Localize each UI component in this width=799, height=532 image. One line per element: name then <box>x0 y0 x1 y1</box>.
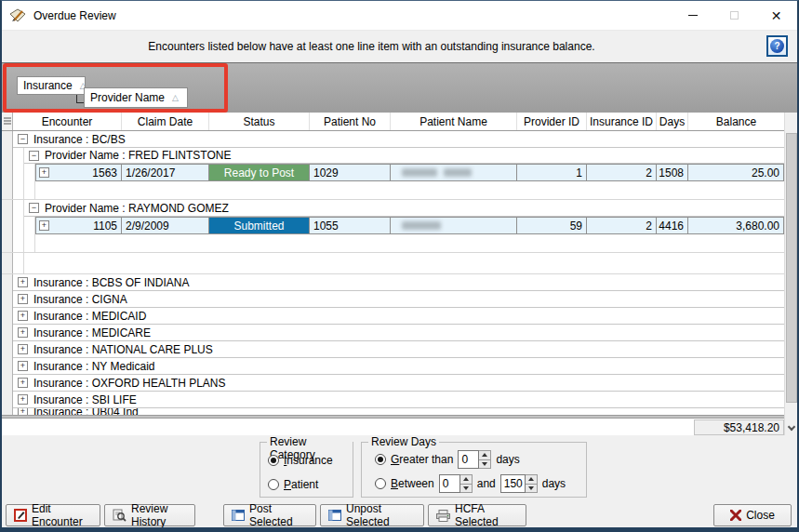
indent <box>13 253 24 273</box>
spin-up-button[interactable] <box>479 451 490 459</box>
between-to-value[interactable]: 150 <box>500 474 526 493</box>
between-to-spinner[interactable]: 150 <box>500 474 538 493</box>
expand-icon[interactable]: + <box>18 394 28 405</box>
cell-encounter[interactable]: +1563 <box>35 164 122 181</box>
post-selected-button[interactable]: Post Selected <box>223 504 316 526</box>
cell-claim-date[interactable]: 1/26/2017 <box>122 164 209 181</box>
help-button[interactable]: ? <box>766 35 788 57</box>
radio-between[interactable]: Between 0 and 150 days <box>375 474 566 493</box>
cell-provider-id[interactable]: 59 <box>517 217 587 234</box>
between-from-spinner[interactable]: 0 <box>439 474 473 493</box>
column-header-patient-name[interactable]: Patient Name <box>391 113 517 130</box>
spin-up-button[interactable] <box>526 475 537 484</box>
column-header-patient-no[interactable]: Patient No <box>310 113 391 130</box>
radio-selected-icon <box>268 455 279 466</box>
spin-down-button[interactable] <box>479 459 490 469</box>
status-badge[interactable]: Ready to Post <box>209 164 310 181</box>
history-magnifier-icon <box>113 509 127 522</box>
cell-balance[interactable]: 3,680.00 <box>688 217 784 234</box>
group-footer-row <box>2 234 784 253</box>
group-row-insurance-bcbs[interactable]: −Insurance : BC/BS <box>2 131 784 148</box>
radio-patient[interactable]: Patient <box>268 478 318 491</box>
greater-days-value[interactable]: 0 <box>458 450 479 469</box>
group-row-provider-gomez[interactable]: −Provider Name : RAYMOND GOMEZ <box>2 200 784 217</box>
group-row-insurance-collapsed[interactable]: +Insurance : MEDICAID <box>2 308 784 325</box>
arrow-down-icon <box>463 486 469 490</box>
column-header-balance[interactable]: Balance <box>688 113 784 130</box>
collapse-icon[interactable]: − <box>18 134 28 144</box>
cell-provider-id[interactable]: 1 <box>517 164 587 181</box>
banner-text: Encounters listed below have at least on… <box>148 40 594 53</box>
encounter-row-1105[interactable]: +1105 2/9/2009 Submitted 1055 59 2 4416 … <box>2 217 784 234</box>
greater-days-spinner[interactable]: 0 <box>458 450 491 469</box>
cell-encounter[interactable]: +1105 <box>35 217 122 234</box>
expand-icon[interactable]: + <box>18 408 28 415</box>
expand-icon[interactable]: + <box>18 311 28 321</box>
arrow-up-icon <box>463 477 469 481</box>
minimize-button[interactable] <box>672 1 713 30</box>
group-row-insurance-collapsed[interactable]: +Insurance : CIGNA <box>2 291 784 308</box>
cell-days[interactable]: 4416 <box>657 217 688 234</box>
vertical-scrollbar[interactable] <box>784 113 797 436</box>
cell-claim-date[interactable]: 2/9/2009 <box>122 217 209 234</box>
expand-icon[interactable]: + <box>39 167 49 178</box>
column-header-provider-id[interactable]: Provider ID <box>517 113 587 130</box>
group-row-insurance-collapsed[interactable]: +Insurance : OXFORD HEALTH PLANS <box>2 375 784 392</box>
spin-down-button[interactable] <box>526 484 537 493</box>
cell-days[interactable]: 1508 <box>657 164 688 181</box>
cell-patient-no[interactable]: 1029 <box>310 164 391 181</box>
group-row-insurance-clipped[interactable]: +Insurance : UB04 Ind <box>2 408 784 415</box>
group-row-insurance-collapsed[interactable]: +Insurance : NATIONAL CARE PLUS <box>2 341 784 358</box>
cell-patient-name[interactable] <box>391 217 517 234</box>
arrow-down-icon <box>528 486 534 490</box>
column-header-days[interactable]: Days <box>657 113 688 130</box>
status-badge[interactable]: Submitted <box>209 217 310 234</box>
collapse-icon[interactable]: − <box>29 203 39 213</box>
encounter-row-1563[interactable]: +1563 1/26/2017 Ready to Post 1029 1 2 1… <box>2 164 784 181</box>
indent <box>13 181 24 199</box>
radio-unselected-icon <box>375 478 386 489</box>
spin-up-button[interactable] <box>460 475 472 484</box>
scroll-down-button[interactable] <box>785 419 798 436</box>
group-footer-row <box>2 181 784 200</box>
expand-icon[interactable]: + <box>18 361 28 371</box>
group-row-provider-flintstone[interactable]: −Provider Name : FRED FLINTSTONE <box>2 148 784 164</box>
column-header-claim-date[interactable]: Claim Date <box>122 113 209 130</box>
cell-insurance-id[interactable]: 2 <box>587 217 657 234</box>
column-header-status[interactable]: Status <box>209 113 310 130</box>
cell-insurance-id[interactable]: 2 <box>587 164 657 181</box>
review-history-button[interactable]: Review History <box>104 504 195 526</box>
column-header-encounter[interactable]: Encounter <box>13 113 122 130</box>
expand-icon[interactable]: + <box>18 327 28 338</box>
expand-icon[interactable]: + <box>18 294 28 304</box>
group-label: Insurance : MEDICARE <box>33 326 151 339</box>
group-field-insurance[interactable]: Insurance △ <box>17 76 86 95</box>
scrollbar-thumb[interactable] <box>786 133 797 403</box>
row-indicator <box>2 392 13 408</box>
cell-balance[interactable]: 25.00 <box>688 164 784 181</box>
group-field-provider-name[interactable]: Provider Name △ <box>84 87 188 108</box>
between-from-value[interactable]: 0 <box>439 474 460 493</box>
radio-greater-than[interactable]: Greater than 0 days <box>375 450 520 469</box>
edit-encounter-button[interactable]: Edit Encounter <box>6 504 100 526</box>
spin-down-button[interactable] <box>460 484 472 493</box>
group-row-insurance-collapsed[interactable]: +Insurance : NY Medicaid <box>2 358 784 375</box>
group-row-insurance-collapsed[interactable]: +Insurance : SBI LIFE <box>2 392 784 408</box>
redacted-patient-name <box>402 168 437 177</box>
expand-icon[interactable]: + <box>18 378 28 388</box>
radio-insurance[interactable]: Insurance <box>268 454 333 467</box>
cell-patient-name[interactable] <box>391 164 517 181</box>
radio-selected-icon <box>375 454 386 465</box>
hcfa-selected-button[interactable]: HCFA Selected <box>428 504 526 526</box>
expand-icon[interactable]: + <box>18 344 28 354</box>
expand-icon[interactable]: + <box>18 277 28 287</box>
group-row-insurance-collapsed[interactable]: +Insurance : BCBS OF INDIANA <box>2 274 784 291</box>
group-row-insurance-collapsed[interactable]: +Insurance : MEDICARE <box>2 325 784 341</box>
unpost-selected-button[interactable]: Unpost Selected <box>320 504 424 526</box>
close-button[interactable]: Close <box>713 504 792 526</box>
cell-patient-no[interactable]: 1055 <box>310 217 391 234</box>
close-window-button[interactable]: ✕ <box>755 1 797 30</box>
column-header-insurance-id[interactable]: Insurance ID <box>587 113 657 130</box>
expand-icon[interactable]: + <box>39 220 49 231</box>
collapse-icon[interactable]: − <box>29 151 39 161</box>
